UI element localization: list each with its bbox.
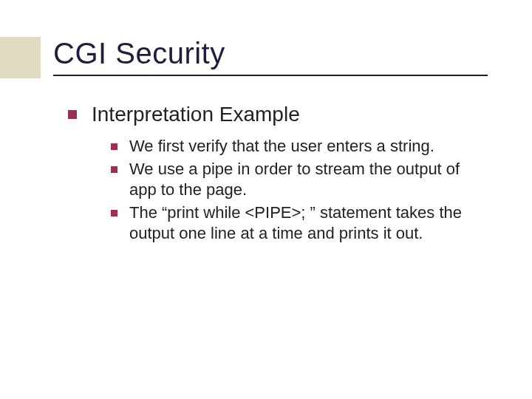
square-bullet-icon [111, 143, 117, 150]
square-bullet-icon [111, 166, 117, 173]
slide: CGI Security Interpretation Example We f… [0, 0, 532, 399]
sub-item-text: We use a pipe in order to stream the out… [129, 159, 488, 201]
list-item: Interpretation Example [68, 101, 488, 127]
square-bullet-icon [111, 210, 117, 216]
list-item: We first verify that the user enters a s… [111, 136, 488, 157]
sub-item-text: The “print while <PIPE>; ” statement tak… [129, 202, 488, 245]
slide-title: CGI Security [53, 37, 488, 76]
level1-heading: Interpretation Example [92, 101, 300, 127]
list-item: We use a pipe in order to stream the out… [111, 159, 488, 201]
list-item: The “print while <PIPE>; ” statement tak… [111, 202, 488, 245]
square-bullet-icon [68, 110, 77, 119]
sub-list: We first verify that the user enters a s… [111, 136, 488, 245]
sub-item-text: We first verify that the user enters a s… [129, 136, 434, 157]
